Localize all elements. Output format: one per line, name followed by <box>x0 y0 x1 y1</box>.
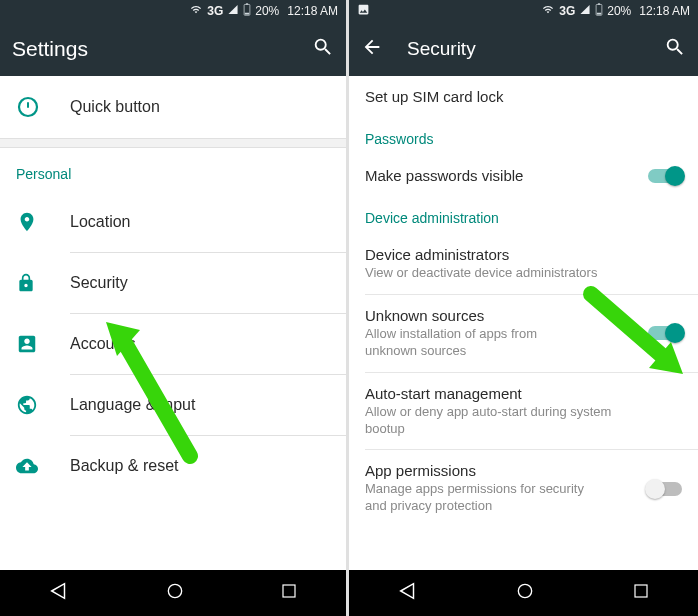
section-divider <box>0 138 346 148</box>
phone-security-screen: 3G 20% 12:18 AM Security Set up SIM card… <box>349 0 698 616</box>
svg-rect-6 <box>283 585 295 597</box>
lock-icon <box>16 273 70 293</box>
row-language[interactable]: Language & input <box>0 375 346 435</box>
sim-lock-title: Set up SIM card lock <box>365 88 682 105</box>
device-administrators-title: Device administrators <box>365 246 682 263</box>
svg-rect-8 <box>598 3 600 4</box>
language-label: Language & input <box>70 396 195 414</box>
signal-icon <box>579 4 591 18</box>
nav-home-icon[interactable] <box>165 581 185 605</box>
language-icon <box>16 394 70 416</box>
page-title: Settings <box>12 37 312 61</box>
search-icon[interactable] <box>312 36 334 62</box>
location-label: Location <box>70 213 131 231</box>
svg-rect-2 <box>245 13 249 15</box>
personal-header: Personal <box>0 148 346 192</box>
passwords-visible-title: Make passwords visible <box>365 167 638 184</box>
auto-start-sub: Allow or deny app auto-start during syst… <box>365 404 682 438</box>
backup-icon <box>16 455 70 477</box>
settings-content: Quick button Personal Location Security … <box>0 76 346 570</box>
item-unknown-sources[interactable]: Unknown sources Allow installation of ap… <box>349 295 698 372</box>
nav-bar <box>349 570 698 616</box>
signal-icon <box>227 4 239 18</box>
security-label: Security <box>70 274 128 292</box>
battery-icon <box>595 3 603 19</box>
back-arrow-icon[interactable] <box>361 36 383 62</box>
unknown-sources-toggle[interactable] <box>648 326 682 340</box>
nav-recent-icon[interactable] <box>280 582 298 604</box>
accounts-icon <box>16 333 70 355</box>
status-bar: 3G 20% 12:18 AM <box>349 0 698 22</box>
svg-rect-9 <box>597 13 601 15</box>
network-label: 3G <box>559 4 575 18</box>
app-permissions-title: App permissions <box>365 462 638 479</box>
item-auto-start[interactable]: Auto-start management Allow or deny app … <box>349 373 698 450</box>
quick-button-label: Quick button <box>70 98 160 116</box>
svg-rect-11 <box>635 585 647 597</box>
item-passwords-visible[interactable]: Make passwords visible <box>349 155 698 196</box>
row-backup[interactable]: Backup & reset <box>0 436 346 496</box>
passwords-toggle[interactable] <box>648 169 682 183</box>
device-admin-header: Device administration <box>349 196 698 234</box>
nav-recent-icon[interactable] <box>632 582 650 604</box>
unknown-sources-sub: Allow installation of apps from unknown … <box>365 326 638 360</box>
svg-point-10 <box>519 584 532 597</box>
search-icon[interactable] <box>664 36 686 62</box>
accounts-label: Accounts <box>70 335 136 353</box>
wifi-icon <box>189 4 203 18</box>
nav-back-icon[interactable] <box>48 580 70 606</box>
phone-settings-screen: 3G 20% 12:18 AM Settings Quick button Pe… <box>0 0 349 616</box>
quick-button-icon <box>16 95 70 119</box>
security-content[interactable]: Set up SIM card lock Passwords Make pass… <box>349 76 698 570</box>
page-title: Security <box>407 38 664 60</box>
app-permissions-sub: Manage apps permissions for security and… <box>365 481 638 515</box>
nav-back-icon[interactable] <box>397 580 419 606</box>
row-accounts[interactable]: Accounts <box>0 314 346 374</box>
app-bar: Security <box>349 22 698 76</box>
row-location[interactable]: Location <box>0 192 346 252</box>
item-sim-lock[interactable]: Set up SIM card lock <box>349 76 698 117</box>
location-icon <box>16 211 70 233</box>
nav-home-icon[interactable] <box>515 581 535 605</box>
battery-icon <box>243 3 251 19</box>
nav-bar <box>0 570 346 616</box>
wifi-icon <box>541 4 555 18</box>
app-bar: Settings <box>0 22 346 76</box>
backup-label: Backup & reset <box>70 457 179 475</box>
auto-start-title: Auto-start management <box>365 385 682 402</box>
svg-rect-4 <box>27 102 29 108</box>
item-app-permissions[interactable]: App permissions Manage apps permissions … <box>349 450 698 527</box>
battery-pct: 20% <box>607 4 631 18</box>
svg-point-5 <box>168 584 181 597</box>
picture-icon <box>357 3 370 19</box>
device-administrators-sub: View or deactivate device administrators <box>365 265 682 282</box>
svg-rect-1 <box>246 3 248 4</box>
item-device-administrators[interactable]: Device administrators View or deactivate… <box>349 234 698 294</box>
clock-time: 12:18 AM <box>639 4 690 18</box>
network-label: 3G <box>207 4 223 18</box>
app-permissions-toggle[interactable] <box>648 482 682 496</box>
row-security[interactable]: Security <box>0 253 346 313</box>
unknown-sources-title: Unknown sources <box>365 307 638 324</box>
status-bar: 3G 20% 12:18 AM <box>0 0 346 22</box>
row-quick-button[interactable]: Quick button <box>0 76 346 138</box>
passwords-header: Passwords <box>349 117 698 155</box>
battery-pct: 20% <box>255 4 279 18</box>
clock-time: 12:18 AM <box>287 4 338 18</box>
